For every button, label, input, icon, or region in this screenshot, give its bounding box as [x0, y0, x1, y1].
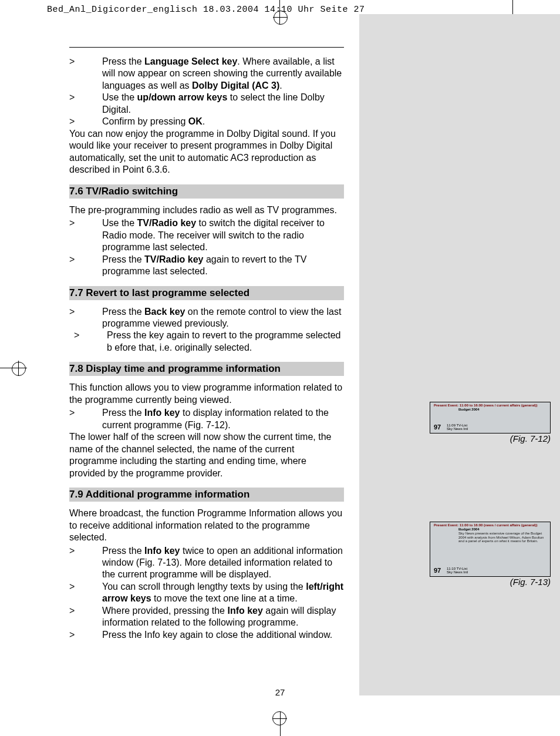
bullet-marker-icon: >: [69, 545, 102, 581]
crop-mark-left: [0, 359, 32, 377]
bullet-marker-icon: >: [69, 116, 102, 127]
section-heading-7-7: 7.7 Revert to last programme selected: [69, 286, 344, 300]
fig12-channel-info: 11:09 TV-ListSky News Intl: [447, 424, 468, 431]
fig12-event-line: Present Event: 11:00 to 16:00 (news / cu…: [434, 404, 537, 408]
bullet-item: > You can scroll through lengthy texts b…: [69, 581, 344, 605]
paragraph: The pre-programming includes radio as we…: [69, 204, 344, 216]
section-heading-7-9: 7.9 Additional programme information: [69, 488, 344, 502]
bullet-marker-icon: >: [69, 581, 102, 605]
paragraph: You can now enjoy the programme in Dolby…: [69, 128, 344, 176]
paragraph: Where broadcast, the function Programme …: [69, 508, 344, 543]
bullet-marker-icon: >: [69, 217, 102, 253]
paragraph: The lower half of the screen will now sh…: [69, 431, 344, 479]
figure-7-13: Present Event: 11:00 to 16:00 (news / cu…: [430, 522, 551, 577]
section-heading-7-8: 7.8 Display time and programme informati…: [69, 362, 344, 376]
bullet-marker-icon: >: [69, 56, 102, 92]
fig13-description: Sky News presents extensive coverage of …: [458, 532, 546, 543]
crop-mark-bottom: [271, 708, 289, 736]
bullet-marker-icon: >: [69, 92, 102, 116]
figure-7-13-caption: (Fig. 7-13): [510, 577, 551, 587]
bullet-marker-icon: >: [69, 407, 102, 431]
figure-7-12: Present Event: 11:00 to 16:00 (news / cu…: [430, 402, 551, 433]
fig12-title: Budget 2004: [458, 408, 480, 412]
paragraph: This function allows you to view program…: [69, 382, 344, 406]
bullet-marker-icon: >: [69, 605, 102, 629]
bullet-marker-icon: >: [69, 306, 102, 330]
section-heading-7-6: 7.6 TV/Radio switching: [69, 184, 344, 199]
print-header: Bed_Anl_Digicorder_englisch 18.03.2004 1…: [47, 5, 365, 15]
bullet-item: > Confirm by pressing OK.: [69, 116, 344, 127]
fig13-title: Budget 2004: [458, 527, 480, 532]
main-content: > Press the Language Select key. Where a…: [69, 47, 344, 641]
bullet-item: > Press the Info key twice to open an ad…: [69, 545, 344, 581]
bullet-marker-icon: >: [69, 629, 102, 641]
top-rule: [69, 47, 344, 48]
page-number: 27: [0, 687, 560, 697]
bullet-item: > Press the TV/Radio key again to revert…: [69, 254, 344, 278]
sidebar-column: Present Event: 11:00 to 16:00 (news / cu…: [359, 14, 560, 695]
fig13-channel-number: 97: [434, 567, 441, 574]
bullet-marker-icon: >: [69, 330, 107, 354]
bullet-item: > Use the TV/Radio key to switch the dig…: [69, 217, 344, 253]
bullet-item: > Where provided, pressing the Info key …: [69, 605, 344, 629]
figure-7-12-caption: (Fig. 7-12): [510, 433, 551, 443]
bullet-marker-icon: >: [69, 254, 102, 278]
fig12-channel-number: 97: [434, 424, 441, 431]
bullet-item: > Use the up/down arrow keys to select t…: [69, 92, 344, 116]
crop-mark-top: [271, 0, 289, 28]
cut-line: [512, 0, 513, 14]
bullet-item: > Press the Back key on the remote contr…: [69, 306, 344, 330]
fig13-event-line: Present Event: 11:00 to 16:00 (news / cu…: [434, 523, 537, 527]
bullet-item: > Press the key again to revert to the p…: [69, 330, 344, 354]
bullet-item: > Press the Info key to display informat…: [69, 407, 344, 431]
bullet-item: > Press the Info key again to close the …: [69, 629, 344, 641]
fig13-channel-info: 11:10 TV-ListSky News Intl: [447, 567, 468, 574]
bullet-item: > Press the Language Select key. Where a…: [69, 56, 344, 92]
